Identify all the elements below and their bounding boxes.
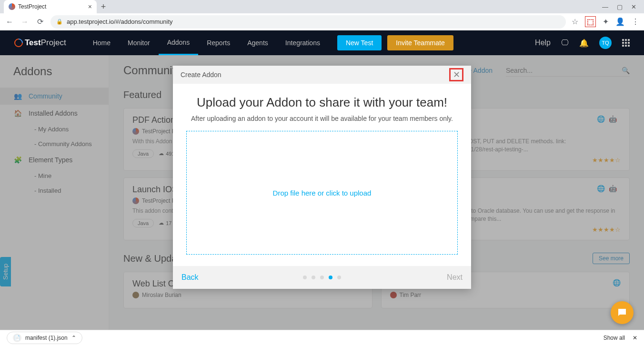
new-test-button[interactable]: New Test	[337, 35, 382, 50]
step-dots	[303, 276, 341, 279]
extensions-icon[interactable]: ✦	[603, 17, 609, 26]
back-icon[interactable]: ←	[5, 18, 14, 26]
new-tab-button[interactable]: +	[97, 0, 110, 13]
chevron-up-icon[interactable]: ⌃	[71, 335, 76, 341]
upload-dropzone[interactable]: Drop file here or click to upload	[186, 131, 458, 255]
dot-icon	[303, 276, 307, 279]
profile-icon[interactable]: 👤	[615, 17, 625, 26]
dot-icon	[320, 276, 324, 279]
back-button[interactable]: Back	[181, 273, 199, 282]
browser-tab[interactable]: TestProject ×	[4, 0, 97, 13]
window-close-icon[interactable]: ✕	[631, 3, 636, 10]
nav-addons[interactable]: Addons	[159, 30, 198, 55]
chat-icon	[616, 307, 628, 318]
modal-header-title: Create Addon	[181, 71, 221, 79]
nav-monitor[interactable]: Monitor	[119, 30, 159, 55]
logo[interactable]: TestProject	[14, 38, 66, 48]
invite-teammate-button[interactable]: Invite Teammate	[387, 35, 453, 50]
tab-favicon-icon	[9, 3, 15, 10]
download-filename: manifest (1).json	[25, 335, 68, 341]
dot-icon	[312, 276, 315, 279]
nav-home[interactable]: Home	[84, 30, 119, 55]
screen-icon[interactable]: 🖵	[561, 39, 569, 47]
nav-agents[interactable]: Agents	[239, 30, 277, 55]
apps-icon[interactable]	[622, 39, 630, 47]
bell-icon[interactable]: 🔔	[579, 39, 589, 48]
minimize-icon[interactable]: —	[602, 3, 608, 10]
modal-title: Upload your Addon to share it with your …	[186, 95, 458, 110]
logo-icon	[12, 37, 24, 49]
downloads-bar: 📄 manifest (1).json ⌃ Show all ✕	[0, 330, 644, 345]
star-icon[interactable]: ☆	[572, 17, 578, 26]
avatar[interactable]: TQ	[599, 37, 612, 49]
dot-icon	[337, 276, 341, 279]
nav-reports[interactable]: Reports	[198, 30, 239, 55]
tab-title: TestProject	[18, 3, 46, 10]
main-nav: Home Monitor Addons Reports Agents Integ…	[84, 30, 329, 55]
file-icon: 📄	[13, 334, 21, 342]
extension-icon[interactable]: ⬚	[585, 16, 596, 27]
chat-button[interactable]	[611, 301, 634, 324]
help-link[interactable]: Help	[535, 39, 551, 47]
reload-icon[interactable]: ⟳	[35, 17, 45, 26]
close-bar-icon[interactable]: ✕	[633, 335, 637, 341]
download-chip[interactable]: 📄 manifest (1).json ⌃	[7, 332, 82, 344]
nav-integrations[interactable]: Integrations	[277, 30, 329, 55]
forward-icon: →	[20, 18, 30, 26]
modal-subtitle: After uploading an addon to your account…	[186, 115, 458, 122]
modal-close-button[interactable]: ✕	[449, 68, 463, 81]
address-bar[interactable]: 🔒 app.testproject.io/#/addons/community	[50, 15, 566, 29]
show-all-button[interactable]: Show all	[604, 335, 625, 341]
tab-close-icon[interactable]: ×	[88, 3, 92, 10]
url-text: app.testproject.io/#/addons/community	[67, 18, 173, 25]
create-addon-modal: Create Addon ✕ Upload your Addon to shar…	[173, 66, 471, 289]
lock-icon: 🔒	[56, 19, 63, 25]
dot-icon	[329, 276, 332, 279]
menu-icon[interactable]: ⋮	[632, 17, 639, 26]
next-button[interactable]: Next	[447, 273, 463, 282]
maximize-icon[interactable]: ▢	[617, 3, 623, 10]
